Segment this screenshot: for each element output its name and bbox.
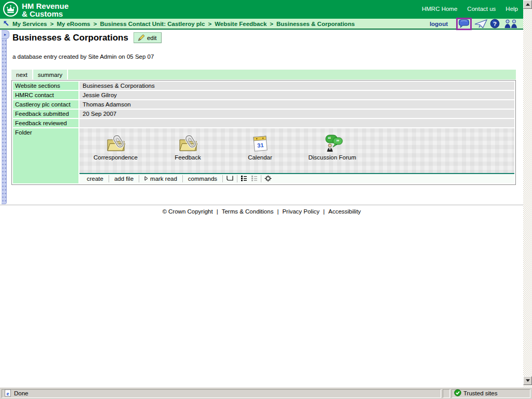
row-label: Castleroy plc contact — [13, 100, 78, 109]
folder-items-panel: Correspondence — [79, 128, 514, 174]
breadcrumb: My Services > My eRooms > Business Conta… — [3, 20, 355, 28]
privacy-policy-link[interactable]: Privacy Policy — [282, 208, 320, 215]
crumb-website-feedback[interactable]: Website Feedback — [215, 21, 267, 27]
security-zone-pane: Trusted sites — [451, 389, 530, 398]
drawer-expand-arrow-icon[interactable]: ▸ — [2, 30, 9, 39]
status-spacer-pane — [443, 389, 450, 398]
help-link[interactable]: Help — [506, 6, 518, 12]
svg-text:”: ” — [336, 138, 339, 145]
svg-text:?: ? — [493, 21, 497, 27]
folder-item-label: Correspondence — [94, 154, 138, 161]
table-row: Castleroy plc contact Thomas Adamson — [13, 100, 514, 109]
table-row: Feedback submitted 20 Sep 2007 — [13, 110, 514, 118]
folder-command-bar: create add file mark read commands — [79, 174, 514, 183]
table-row: Feedback reviewed — [13, 119, 514, 127]
folder-item-label: Discussion Forum — [308, 154, 356, 161]
folder-paperclip-icon — [178, 132, 198, 153]
help-question-icon[interactable]: ? — [490, 19, 500, 29]
ie-page-icon: e — [4, 389, 12, 398]
folder-item-feedback[interactable]: Feedback — [152, 132, 224, 173]
status-pane: e Done — [2, 389, 441, 398]
accessibility-link[interactable]: Accessibility — [328, 208, 361, 215]
tab-next[interactable]: next — [11, 70, 33, 79]
row-label: Feedback reviewed — [13, 119, 78, 127]
pane-view-icon[interactable] — [226, 175, 234, 182]
folder-item-calendar[interactable]: 31 Calendar — [224, 132, 296, 173]
svg-text:e: e — [7, 390, 9, 396]
mark-read-button[interactable]: mark read — [139, 175, 183, 182]
calendar-icon: 31 — [251, 132, 269, 153]
crown-logo-icon — [3, 1, 19, 18]
page-divider — [0, 205, 523, 205]
crumb-my-services[interactable]: My Services — [12, 21, 47, 27]
vertical-scrollbar[interactable] — [523, 0, 532, 387]
row-label: Website sections — [13, 82, 78, 90]
row-label: Folder — [13, 128, 78, 183]
arrow-down-icon — [526, 379, 530, 382]
paper-plane-icon[interactable] — [474, 19, 488, 29]
contact-us-link[interactable]: Contact us — [467, 6, 496, 12]
scroll-down-button[interactable] — [523, 376, 532, 385]
speech-bubble-icon[interactable] — [459, 19, 470, 28]
highlight-box — [456, 18, 472, 30]
drawer-handle[interactable] — [2, 31, 7, 204]
row-label: HMRC contact — [13, 91, 78, 99]
folder-item-correspondence[interactable]: Correspondence — [79, 132, 152, 173]
logout-link[interactable]: logout — [430, 21, 448, 27]
breadcrumb-bar: My Services > My eRooms > Business Conta… — [0, 19, 523, 30]
entry-byline: a database entry created by Site Admin o… — [12, 54, 154, 60]
folder-item-label: Feedback — [175, 154, 201, 161]
folder-cell: Correspondence — [79, 128, 514, 183]
tab-bar: next summary — [11, 70, 516, 79]
scroll-up-button[interactable] — [523, 0, 532, 9]
tab-summary[interactable]: summary — [33, 70, 68, 79]
back-arrow-icon[interactable] — [3, 20, 9, 28]
entry-table: Website sections Businesses & Corporatio… — [11, 80, 516, 185]
crumbbar-actions: logout ? — [430, 19, 519, 29]
list-view-icon[interactable] — [241, 175, 247, 182]
hmrc-logo: HM Revenue & Customs — [3, 1, 69, 18]
add-file-button[interactable]: add file — [109, 175, 139, 182]
svg-text:31: 31 — [257, 142, 263, 149]
page-title: Businesses & Corporations — [12, 33, 128, 43]
members-icon[interactable] — [504, 19, 518, 28]
arrow-up-icon — [526, 3, 530, 6]
folder-row: Folder — [13, 128, 514, 183]
terms-conditions-link[interactable]: Terms & Conditions — [222, 208, 274, 215]
table-row: Website sections Businesses & Corporatio… — [13, 82, 514, 90]
crown-copyright-link[interactable]: © Crown Copyright — [162, 208, 212, 215]
row-value: 20 Sep 2007 — [79, 110, 514, 118]
row-value: Businesses & Corporations — [79, 82, 514, 90]
security-zone-text: Trusted sites — [463, 390, 497, 396]
folder-item-label: Calendar — [248, 154, 272, 161]
hmrc-home-link[interactable]: HMRC Home — [422, 6, 457, 12]
svg-text:“: “ — [328, 136, 331, 143]
logo-wordmark: HM Revenue & Customs — [22, 2, 69, 18]
pencil-icon — [137, 34, 144, 42]
crumb-business-contact-unit[interactable]: Business Contact Unit: Castleroy plc — [100, 21, 205, 27]
fit-view-icon[interactable] — [264, 175, 272, 183]
trusted-sites-icon — [454, 389, 461, 397]
discussion-forum-icon: “ ” — [322, 132, 343, 153]
folder-item-discussion-forum[interactable]: “ ” Discussion Forum — [296, 132, 368, 173]
triangle-right-icon — [144, 176, 148, 182]
row-value: Thomas Adamson — [79, 100, 514, 109]
header-links: HMRC Home Contact us Help — [422, 6, 518, 12]
crumb-my-erooms[interactable]: My eRooms — [57, 21, 90, 27]
eroom-content: next summary Website sections Businesses… — [11, 70, 516, 185]
row-value — [79, 119, 514, 127]
detail-list-view-icon[interactable] — [251, 175, 258, 182]
footer: © Crown Copyright|Terms & Conditions|Pri… — [0, 208, 523, 215]
folder-paperclip-icon — [105, 132, 126, 153]
crumb-businesses-corporations[interactable]: Businesses & Corporations — [276, 21, 355, 27]
table-row: HMRC contact Jessie Gilroy — [13, 91, 514, 99]
edit-button[interactable]: edit — [134, 32, 162, 43]
commands-button[interactable]: commands — [183, 175, 223, 182]
status-bar: e Done Trusted sites — [0, 387, 532, 399]
hmrc-header: HM Revenue & Customs HMRC Home Contact u… — [0, 0, 523, 19]
status-text: Done — [14, 390, 29, 396]
row-value: Jessie Gilroy — [79, 91, 514, 99]
create-button[interactable]: create — [82, 175, 109, 182]
row-label: Feedback submitted — [13, 110, 78, 118]
